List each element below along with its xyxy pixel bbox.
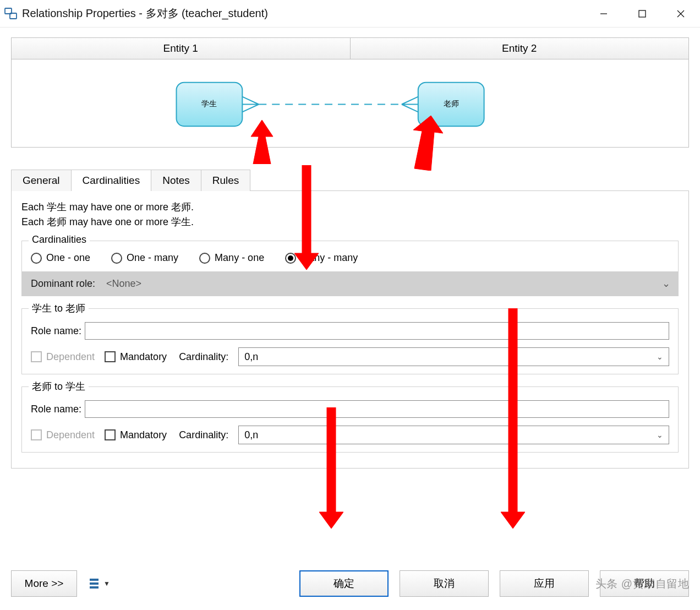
cardinalities-legend: Cardinalities <box>29 234 90 246</box>
radio-one-many[interactable]: One - many <box>111 252 178 264</box>
more-button[interactable]: More >> <box>11 570 77 597</box>
dominant-role-label: Dominant role: <box>22 271 101 296</box>
maximize-button[interactable] <box>623 0 661 27</box>
window-title: Relationship Properties - 多对多 (teacher_s… <box>22 6 584 21</box>
cardinality-label: Cardinality: <box>179 351 228 363</box>
mandatory-checkbox[interactable]: Mandatory <box>105 351 167 363</box>
radio-label: Many - many <box>300 252 358 264</box>
role-name-label: Role name: <box>31 404 81 415</box>
chevron-down-icon: ▼ <box>103 580 110 587</box>
entity1-name: 学生 <box>201 99 217 108</box>
radio-many-many[interactable]: Many - many <box>285 252 358 264</box>
dependent-checkbox[interactable]: Dependent <box>31 429 95 441</box>
direction-legend: 老师 to 学生 <box>29 380 89 393</box>
direction-group-2: 老师 to 学生 Role name: Dependent Mandatory … <box>21 386 679 453</box>
radio-many-one[interactable]: Many - one <box>199 252 264 264</box>
titlebar: Relationship Properties - 多对多 (teacher_s… <box>0 0 700 28</box>
radio-one-one[interactable]: One - one <box>31 252 90 264</box>
entity-header: Entity 1 Entity 2 <box>11 37 689 59</box>
apply-button[interactable]: 应用 <box>500 570 589 597</box>
chevron-down-icon: ⌄ <box>657 431 663 439</box>
mandatory-label: Mandatory <box>120 429 167 441</box>
tab-notes[interactable]: Notes <box>151 170 201 191</box>
tab-cardinalities[interactable]: Cardinalities <box>71 170 152 191</box>
svg-rect-8 <box>90 586 99 589</box>
tab-panel: Each 学生 may have one or more 老师. Each 老师… <box>11 191 689 469</box>
app-icon <box>4 7 18 20</box>
tab-rules[interactable]: Rules <box>201 170 251 191</box>
radio-label: One - many <box>127 252 178 264</box>
svg-rect-3 <box>639 10 646 17</box>
role-name-input[interactable] <box>85 322 669 340</box>
role-name-label: Role name: <box>31 325 81 337</box>
dominant-role-row: Dominant role: <None> ⌄ <box>22 271 678 296</box>
dependent-label: Dependent <box>46 351 95 363</box>
footer: More >> ▼ 确定 取消 应用 帮助 <box>0 570 700 597</box>
role-name-input[interactable] <box>85 400 669 418</box>
svg-rect-6 <box>90 579 99 581</box>
minimize-button[interactable] <box>584 0 623 27</box>
window-controls <box>584 0 700 27</box>
radio-label: Many - one <box>215 252 264 264</box>
cardinalities-group: Cardinalities One - one One - many Many … <box>21 241 679 296</box>
tab-general[interactable]: General <box>11 170 72 191</box>
ok-button[interactable]: 确定 <box>299 570 389 597</box>
tabs-bar: General Cardinalities Notes Rules <box>11 170 689 191</box>
svg-rect-7 <box>90 582 99 585</box>
help-button[interactable]: 帮助 <box>600 570 689 597</box>
cardinality-select[interactable]: 0,n ⌄ <box>238 426 669 444</box>
dominant-role-value: <None> <box>106 278 141 290</box>
direction-legend: 学生 to 老师 <box>29 302 89 315</box>
entity1-header[interactable]: Entity 1 <box>11 37 351 59</box>
cancel-button[interactable]: 取消 <box>400 570 489 597</box>
entity2-header[interactable]: Entity 2 <box>351 37 690 59</box>
diagram-panel: 学生 老师 <box>11 59 689 148</box>
description-line: Each 老师 may have one or more 学生. <box>21 215 679 230</box>
close-button[interactable] <box>661 0 700 27</box>
dependent-checkbox[interactable]: Dependent <box>31 351 95 363</box>
description: Each 学生 may have one or more 老师. Each 老师… <box>21 200 679 230</box>
cardinality-label: Cardinality: <box>179 429 228 441</box>
mandatory-checkbox[interactable]: Mandatory <box>105 429 167 441</box>
radio-label: One - one <box>46 252 90 264</box>
mandatory-label: Mandatory <box>120 351 167 363</box>
options-icon-button[interactable]: ▼ <box>86 570 113 597</box>
entity2-name: 老师 <box>444 99 459 108</box>
cardinality-value: 0,n <box>244 351 258 363</box>
crowsfoot-right-icon <box>402 97 418 112</box>
crowsfoot-left-icon <box>242 97 259 112</box>
dominant-role-select[interactable]: <None> ⌄ <box>101 271 678 296</box>
direction-group-1: 学生 to 老师 Role name: Dependent Mandatory … <box>21 308 679 374</box>
description-line: Each 学生 may have one or more 老师. <box>21 200 679 215</box>
cardinality-value: 0,n <box>244 429 258 441</box>
dependent-label: Dependent <box>46 429 95 441</box>
chevron-down-icon: ⌄ <box>662 277 670 290</box>
chevron-down-icon: ⌄ <box>657 352 663 361</box>
cardinality-select[interactable]: 0,n ⌄ <box>238 347 669 366</box>
